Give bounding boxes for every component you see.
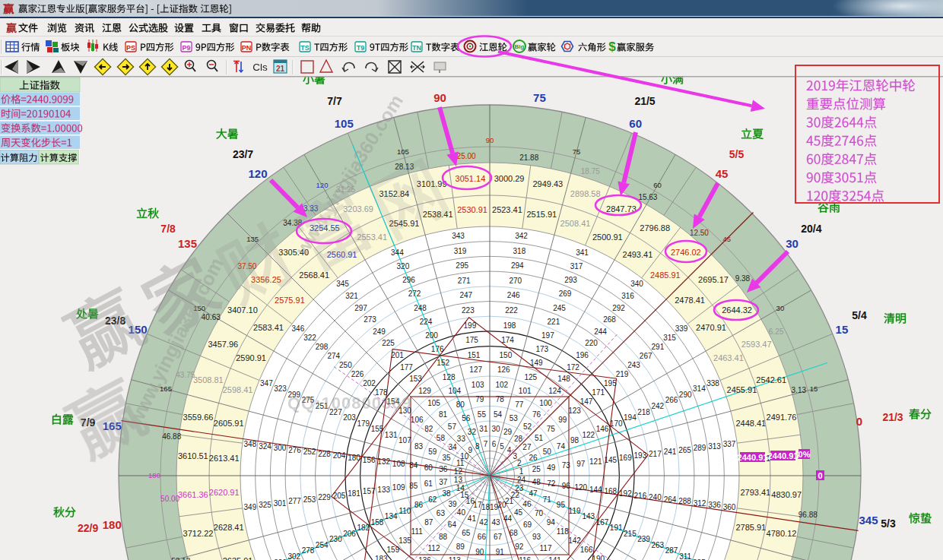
svg-text:195: 195 bbox=[604, 379, 617, 388]
svg-text:94: 94 bbox=[547, 518, 556, 527]
svg-text:129: 129 bbox=[418, 387, 431, 395]
svg-text:93: 93 bbox=[532, 533, 541, 541]
svg-text:199: 199 bbox=[464, 321, 477, 330]
svg-text:59: 59 bbox=[428, 448, 437, 456]
svg-text:2605.91: 2605.91 bbox=[214, 419, 244, 428]
svg-text:316: 316 bbox=[621, 292, 634, 300]
svg-text:298: 298 bbox=[316, 343, 329, 351]
svg-text:117: 117 bbox=[540, 544, 552, 552]
svg-text:289: 289 bbox=[694, 444, 706, 452]
svg-text:Cls: Cls bbox=[252, 62, 268, 73]
svg-text:65: 65 bbox=[462, 529, 471, 537]
svg-text:44: 44 bbox=[503, 514, 513, 523]
svg-text:196: 196 bbox=[576, 351, 589, 359]
svg-text:245: 245 bbox=[553, 304, 566, 312]
svg-text:291: 291 bbox=[652, 343, 665, 351]
svg-text:46: 46 bbox=[522, 500, 532, 508]
svg-text:91: 91 bbox=[496, 548, 505, 556]
svg-text:21/5: 21/5 bbox=[634, 95, 655, 107]
svg-text:3559.66: 3559.66 bbox=[183, 413, 214, 422]
svg-text:0: 0 bbox=[856, 415, 862, 428]
svg-text:38: 38 bbox=[442, 489, 451, 498]
svg-text:168: 168 bbox=[604, 487, 617, 495]
svg-text:220: 220 bbox=[585, 339, 598, 347]
svg-text:48: 48 bbox=[532, 478, 541, 486]
svg-text:21/3: 21/3 bbox=[882, 411, 903, 423]
svg-text:30: 30 bbox=[776, 304, 785, 312]
svg-text:148: 148 bbox=[557, 375, 570, 383]
svg-text:297: 297 bbox=[354, 304, 367, 312]
svg-text:156: 156 bbox=[363, 456, 376, 464]
svg-text:263: 263 bbox=[651, 541, 664, 549]
svg-text:112: 112 bbox=[428, 544, 440, 552]
svg-text:33: 33 bbox=[457, 435, 466, 443]
svg-text:42: 42 bbox=[479, 518, 488, 527]
svg-text:4: 4 bbox=[507, 446, 512, 454]
svg-text:341: 341 bbox=[576, 248, 589, 257]
svg-text:128: 128 bbox=[443, 373, 456, 381]
svg-text:31: 31 bbox=[479, 425, 488, 433]
svg-text:0%: 0% bbox=[799, 450, 811, 459]
svg-text:242: 242 bbox=[651, 402, 664, 410]
svg-text:120: 120 bbox=[316, 181, 329, 189]
svg-text:90: 90 bbox=[433, 91, 446, 104]
svg-text:247: 247 bbox=[459, 291, 472, 299]
svg-text:240: 240 bbox=[649, 493, 662, 501]
svg-text:342: 342 bbox=[515, 232, 528, 240]
svg-text:360: 360 bbox=[723, 503, 736, 511]
svg-text:51: 51 bbox=[535, 434, 544, 442]
svg-text:293: 293 bbox=[564, 276, 577, 284]
svg-text:107: 107 bbox=[398, 436, 411, 445]
svg-text:108: 108 bbox=[392, 460, 405, 468]
svg-text:278: 278 bbox=[302, 546, 315, 555]
svg-text:2598.41: 2598.41 bbox=[223, 385, 253, 394]
svg-text:41: 41 bbox=[468, 514, 477, 523]
svg-text:324: 324 bbox=[259, 442, 271, 451]
svg-text:63: 63 bbox=[437, 509, 446, 517]
svg-text:270: 270 bbox=[509, 277, 522, 285]
svg-text:229: 229 bbox=[318, 493, 331, 501]
svg-text:55: 55 bbox=[478, 410, 487, 419]
svg-text:90: 90 bbox=[486, 136, 494, 144]
svg-text:180: 180 bbox=[148, 471, 160, 479]
svg-text:77: 77 bbox=[515, 400, 524, 409]
svg-text:2508.41: 2508.41 bbox=[560, 219, 591, 228]
svg-text:2590.91: 2590.91 bbox=[236, 353, 266, 362]
svg-text:13: 13 bbox=[454, 476, 463, 484]
svg-text:197: 197 bbox=[541, 331, 554, 340]
svg-text:218: 218 bbox=[637, 408, 650, 416]
svg-text:86: 86 bbox=[414, 501, 424, 509]
svg-text:170: 170 bbox=[610, 419, 623, 428]
svg-text:320: 320 bbox=[397, 262, 410, 271]
svg-text:27: 27 bbox=[522, 443, 532, 451]
svg-text:T9: T9 bbox=[357, 44, 365, 52]
svg-text:224: 224 bbox=[420, 318, 433, 326]
svg-text:311: 311 bbox=[679, 552, 691, 560]
svg-text:287: 287 bbox=[665, 546, 678, 555]
svg-text:346: 346 bbox=[292, 324, 305, 333]
svg-text:271: 271 bbox=[458, 277, 471, 285]
svg-text:72: 72 bbox=[547, 479, 556, 488]
svg-text:15.63: 15.63 bbox=[638, 193, 657, 201]
svg-text:300: 300 bbox=[274, 444, 287, 452]
svg-text:18: 18 bbox=[481, 503, 491, 511]
svg-text:TN: TN bbox=[412, 44, 421, 52]
svg-text:69: 69 bbox=[523, 520, 532, 529]
svg-text:28: 28 bbox=[514, 435, 523, 443]
svg-text:8: 8 bbox=[475, 442, 480, 451]
svg-text:2613.41: 2613.41 bbox=[209, 454, 240, 463]
svg-text:39: 39 bbox=[449, 500, 458, 508]
svg-text:PN: PN bbox=[242, 44, 252, 52]
svg-text:25: 25 bbox=[532, 465, 541, 473]
svg-text:7: 7 bbox=[484, 440, 488, 448]
svg-text:166: 166 bbox=[580, 546, 593, 554]
svg-text:2523.41: 2523.41 bbox=[492, 205, 522, 214]
svg-text:2583.41: 2583.41 bbox=[253, 323, 284, 332]
svg-text:53: 53 bbox=[510, 414, 519, 422]
svg-text:339: 339 bbox=[675, 324, 688, 333]
svg-text:5/5: 5/5 bbox=[729, 148, 745, 160]
svg-text:176: 176 bbox=[431, 345, 444, 353]
svg-text:5/3: 5/3 bbox=[881, 517, 896, 530]
svg-text:249: 249 bbox=[373, 327, 386, 336]
svg-text:191: 191 bbox=[610, 524, 623, 532]
